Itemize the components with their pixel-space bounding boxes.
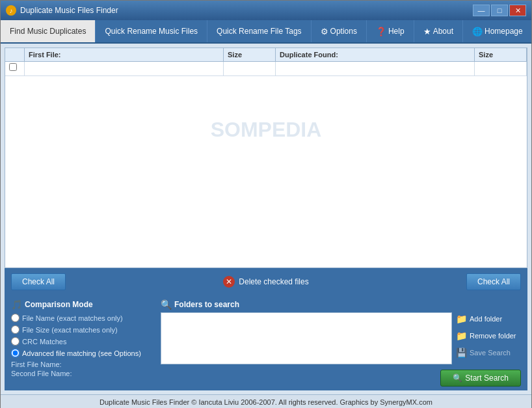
- add-folder-label: Add folder: [470, 315, 502, 323]
- second-file-row: Second File Name:: [11, 370, 154, 377]
- tab-rename[interactable]: Quick Rename Music Files: [96, 20, 207, 42]
- tab-homepage-label: Homepage: [485, 27, 523, 36]
- check-all-left-button[interactable]: Check All: [11, 273, 66, 290]
- folder-buttons: 📁 Add folder 📁 Remove folder 💾 Save Sear…: [456, 312, 521, 367]
- tab-find[interactable]: Find Music Duplicates: [1, 20, 96, 42]
- tab-homepage[interactable]: 🌐 Homepage: [463, 20, 532, 42]
- col-size2: Size: [475, 48, 527, 61]
- check-all-right-button[interactable]: Check All: [466, 273, 521, 290]
- row-check-cell: [5, 62, 25, 75]
- window-controls: — □ ✕: [473, 5, 526, 16]
- folders-icon: 🔍: [161, 299, 172, 310]
- row-first-file-cell: [25, 62, 224, 75]
- save-search-label: Save Search: [470, 349, 511, 357]
- col-first-file: First File:: [25, 48, 224, 61]
- action-bar: Check All ✕ Delete checked files Check A…: [5, 268, 527, 295]
- tab-tags[interactable]: Quick Rename File Tags: [207, 20, 312, 42]
- delete-icon: ✕: [223, 276, 235, 288]
- radio-filename-label: File Name (exact matches only): [22, 314, 123, 322]
- start-search-icon: 🔍: [453, 374, 462, 383]
- col-size1: Size: [224, 48, 276, 61]
- radio-filename[interactable]: [11, 314, 20, 322]
- minimize-button[interactable]: —: [473, 5, 490, 16]
- app-icon-symbol: ♪: [10, 7, 13, 14]
- options-icon: ⚙: [321, 27, 328, 36]
- title-bar: ♪ Duplicate Music Files Finder — □ ✕: [1, 1, 531, 20]
- first-file-label: First File Name:: [11, 360, 76, 368]
- tab-help[interactable]: ❓ Help: [367, 20, 414, 42]
- folders-title: 🔍 Folders to search: [161, 299, 521, 310]
- results-area: First File: Size Duplicate Found: Size: [5, 48, 527, 268]
- radio-filename-option: File Name (exact matches only): [11, 314, 154, 322]
- bottom-panel: 🎵 Comparison Mode File Name (exact match…: [5, 295, 527, 390]
- about-icon: ★: [423, 27, 431, 36]
- second-file-label: Second File Name:: [11, 370, 76, 377]
- row-checkbox[interactable]: [9, 63, 17, 71]
- delete-area: ✕ Delete checked files: [223, 276, 308, 288]
- help-icon: ❓: [376, 27, 386, 36]
- tab-rename-label: Quick Rename Music Files: [105, 27, 198, 36]
- add-folder-button[interactable]: 📁 Add folder: [456, 312, 521, 325]
- delete-label: Delete checked files: [239, 277, 308, 286]
- row-size1-cell: [224, 62, 276, 75]
- tab-about-label: About: [433, 27, 453, 36]
- save-search-button[interactable]: 💾 Save Search: [456, 346, 521, 359]
- row-size2-cell: [475, 62, 527, 75]
- radio-advanced-option: Advanced file matching (see Options): [11, 349, 154, 357]
- start-search-button[interactable]: 🔍 Start Search: [440, 370, 521, 387]
- app-icon: ♪: [6, 5, 16, 16]
- status-text: Duplicate Music Files Finder © Iancuta L…: [100, 398, 432, 406]
- radio-filesize-option: File Size (exact matches only): [11, 325, 154, 334]
- radio-advanced-label: Advanced file matching (see Options): [22, 349, 141, 357]
- col-duplicate: Duplicate Found:: [276, 48, 475, 61]
- folders-list[interactable]: [161, 312, 452, 364]
- tab-help-label: Help: [388, 27, 405, 36]
- radio-crc-option: CRC Matches: [11, 337, 154, 346]
- window-title: Duplicate Music Files Finder: [20, 6, 473, 15]
- radio-advanced[interactable]: [11, 349, 20, 357]
- radio-filesize-label: File Size (exact matches only): [22, 326, 118, 334]
- radio-crc-label: CRC Matches: [22, 338, 66, 346]
- col-check: [5, 48, 25, 61]
- tab-options[interactable]: ⚙ Options: [312, 20, 367, 42]
- results-body: [5, 76, 527, 258]
- row-duplicate-cell: [276, 62, 475, 75]
- save-search-icon: 💾: [456, 347, 467, 358]
- radio-crc[interactable]: [11, 337, 20, 346]
- tab-options-label: Options: [330, 27, 357, 36]
- add-folder-icon: 📁: [456, 314, 467, 324]
- file-names-area: First File Name: Second File Name:: [11, 360, 154, 377]
- comparison-panel: 🎵 Comparison Mode File Name (exact match…: [11, 299, 154, 387]
- start-search-label: Start Search: [465, 374, 509, 383]
- first-file-row: First File Name:: [11, 360, 154, 368]
- remove-folder-button[interactable]: 📁 Remove folder: [456, 329, 521, 342]
- maximize-button[interactable]: □: [491, 5, 508, 16]
- close-button[interactable]: ✕: [509, 5, 526, 16]
- folders-title-text: Folders to search: [174, 300, 239, 309]
- comparison-icon: 🎵: [11, 299, 22, 310]
- menu-bar: Find Music Duplicates Quick Rename Music…: [1, 20, 531, 44]
- remove-folder-icon: 📁: [456, 331, 467, 341]
- homepage-icon: 🌐: [472, 27, 483, 36]
- folders-panel: 🔍 Folders to search 📁 Add folder 📁 Remov…: [161, 299, 521, 387]
- comparison-title-text: Comparison Mode: [25, 300, 93, 309]
- tab-find-label: Find Music Duplicates: [10, 27, 86, 36]
- table-row-empty: [5, 62, 527, 76]
- tab-about[interactable]: ★ About: [414, 20, 463, 42]
- comparison-title: 🎵 Comparison Mode: [11, 299, 154, 310]
- main-content: First File: Size Duplicate Found: Size S…: [1, 44, 531, 394]
- results-header: First File: Size Duplicate Found: Size: [5, 48, 527, 62]
- status-bar: Duplicate Music Files Finder © Iancuta L…: [1, 394, 531, 408]
- radio-filesize[interactable]: [11, 325, 20, 334]
- tab-tags-label: Quick Rename File Tags: [217, 27, 302, 36]
- remove-folder-label: Remove folder: [470, 332, 516, 340]
